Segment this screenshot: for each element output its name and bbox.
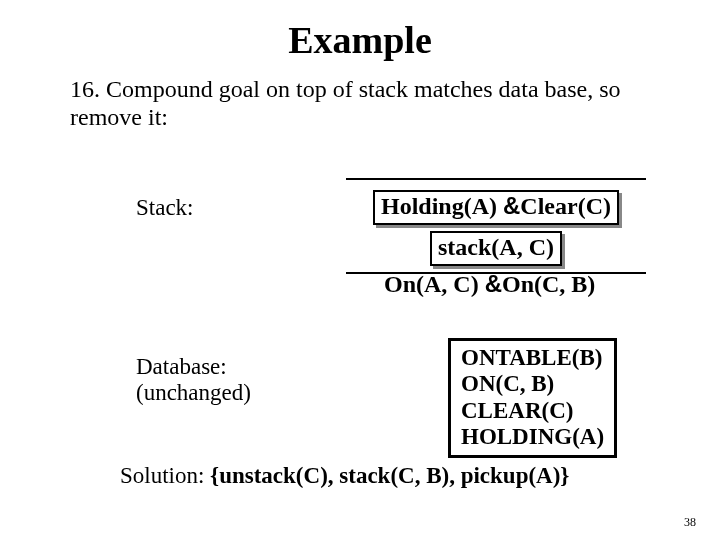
stack-row-2: stack(A, C) [346,231,646,266]
goal-on-ac: On(A, C) [384,271,479,297]
stack-box-holding-clear: Holding(A) &Clear(C) [373,190,619,225]
db-line-ontable: ONTABLE(B) [461,345,604,371]
page-number: 38 [684,515,696,530]
stack-label: Stack: [136,195,194,221]
goal-expression: On(A, C) &On(C, B) [384,270,595,298]
database-box: ONTABLE(B) ON(C, B) CLEAR(C) HOLDING(A) [448,338,617,458]
stack-area: Holding(A) &Clear(C) stack(A, C) [346,178,646,274]
ampersand-icon: & [485,270,502,297]
stack-text-holding: Holding(A) [381,193,497,219]
stack-text-clear: Clear(C) [520,193,611,219]
solution-value: {unstack(C), stack(C, B), pickup(A)} [210,463,569,488]
goal-on-cb: On(C, B) [502,271,595,297]
stack-row-1: Holding(A) &Clear(C) [346,190,646,225]
solution-line: Solution: {unstack(C), stack(C, B), pick… [120,463,569,489]
stack-box-stackac: stack(A, C) [430,231,562,266]
solution-label: Solution: [120,463,210,488]
db-line-holding: HOLDING(A) [461,424,604,450]
slide: Example 16. Compound goal on top of stac… [0,0,720,540]
slide-title: Example [0,18,720,62]
database-label: Database: (unchanged) [136,354,251,407]
database-label-line1: Database: [136,354,251,380]
step-description: 16. Compound goal on top of stack matche… [70,76,630,131]
database-label-line2: (unchanged) [136,380,251,406]
db-line-on: ON(C, B) [461,371,604,397]
ampersand-icon: & [503,192,520,219]
db-line-clear: CLEAR(C) [461,398,604,424]
